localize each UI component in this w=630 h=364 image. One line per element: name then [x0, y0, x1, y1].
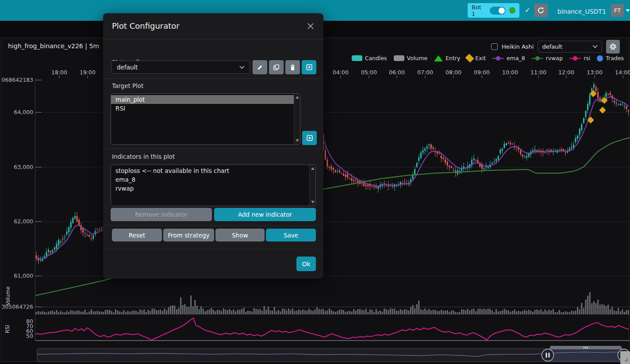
show-button[interactable]: Show: [215, 229, 265, 241]
chevron-down-icon: [592, 45, 598, 48]
legend-item-volume[interactable]: Volume: [394, 55, 428, 61]
time-axis-label: 07:00: [417, 69, 433, 76]
bot-selector[interactable]: Bot 1: [468, 3, 519, 18]
duplicate-config-button[interactable]: [269, 60, 284, 74]
plot-config-select[interactable]: default: [538, 41, 602, 53]
bot-online-status-icon: [509, 7, 515, 14]
listbox-scrollbar[interactable]: [309, 165, 315, 206]
trash-icon: [289, 64, 296, 71]
from-strategy-button[interactable]: From strategy: [163, 229, 214, 241]
legend-item-candles[interactable]: Candles: [352, 55, 387, 61]
time-axis-label: 14:00: [615, 69, 630, 76]
modal-title: Plot Configurator: [112, 21, 180, 31]
legend-item-trades[interactable]: Trades: [597, 55, 624, 61]
legend-label: rvwap: [546, 55, 563, 61]
rvwap-swatch-icon: [532, 55, 543, 61]
add-config-button[interactable]: [302, 60, 316, 74]
plot-configurator-modal: Plot Configurator Plot config name defau…: [103, 13, 323, 279]
reset-button[interactable]: Reset: [112, 229, 162, 241]
scroll-down-icon[interactable]: [311, 201, 315, 203]
scroll-down-icon[interactable]: [296, 139, 299, 142]
time-axis-label: 12:00: [558, 69, 574, 76]
ema_8-swatch-icon: [492, 55, 504, 61]
gear-icon: [609, 43, 617, 50]
config-name-select[interactable]: default: [111, 61, 250, 74]
close-icon: [307, 23, 314, 30]
legend-label: ema_8: [507, 55, 525, 61]
target-plot-option[interactable]: main_plot: [111, 95, 294, 104]
remove-indicator-button[interactable]: Remove indicator: [111, 208, 212, 221]
price-axis-label: 61,000: [14, 272, 33, 279]
bot-toggle[interactable]: [490, 7, 506, 15]
time-axis-label: 04:00: [333, 69, 349, 76]
delete-config-button[interactable]: [285, 60, 300, 74]
legend-label: Candles: [365, 55, 387, 61]
indicator-option[interactable]: rvwap: [111, 184, 309, 193]
legend-item-entry[interactable]: Entry: [434, 55, 460, 61]
time-axis-label: 19:00: [80, 69, 96, 76]
legend-label: Exit: [475, 55, 486, 61]
resize-corner-handle[interactable]: [620, 351, 630, 364]
freqtrade-app: Bot 1 ✓ binance_USDT1 FT high_frog_binan…: [0, 0, 630, 364]
indicators-listbox[interactable]: stoploss <-- not available in this chart…: [111, 165, 316, 206]
heikin-ashi-label: Heikin Ashi: [502, 43, 534, 50]
exit-marker-icon[interactable]: [587, 117, 594, 124]
chart-legend: CandlesVolumeEntryExitema_8rvwaprsiTrade…: [352, 55, 624, 61]
refresh-button[interactable]: [534, 4, 548, 17]
price-axis-label: 068642183: [1, 77, 33, 83]
candles-swatch-icon: [352, 55, 362, 61]
time-axis-label: 18:00: [51, 69, 67, 76]
datazoom-window[interactable]: [548, 349, 624, 361]
legend-item-exit[interactable]: Exit: [467, 55, 486, 61]
ok-button[interactable]: Ok: [296, 257, 316, 271]
rsi-swatch-icon: [569, 55, 581, 61]
price-axis-label: 63,000: [14, 164, 33, 170]
plus-square-icon: [306, 134, 313, 142]
datazoom-handle[interactable]: [542, 349, 554, 361]
save-button[interactable]: Save: [266, 229, 316, 241]
rsi-axis-title: RSI: [4, 322, 11, 336]
target-plot-listbox[interactable]: main_plotRSI: [111, 93, 300, 145]
chart-settings-button[interactable]: [606, 40, 620, 54]
price-axis-label: 62,000: [14, 218, 33, 225]
price-axis-label: 64,000: [14, 109, 33, 115]
legend-item-rvwap[interactable]: rvwap: [532, 55, 563, 61]
legend-item-rsi[interactable]: rsi: [569, 55, 590, 61]
caret-down-icon[interactable]: [626, 9, 630, 12]
legend-label: Entry: [446, 55, 460, 61]
datazoom-track[interactable]: [37, 349, 627, 362]
time-axis-label: 13:00: [587, 69, 603, 76]
target-plot-label: Target Plot: [112, 82, 144, 89]
edit-config-button[interactable]: [253, 60, 267, 74]
user-avatar[interactable]: FT: [611, 4, 624, 17]
chart-title: high_frog_binance_v226 | 5m: [8, 42, 99, 50]
modal-close-button[interactable]: [305, 20, 316, 32]
exit-swatch-icon: [465, 54, 474, 62]
rsi-axis-label: 50: [26, 333, 33, 339]
listbox-scrollbar[interactable]: [294, 94, 300, 144]
legend-label: Trades: [606, 55, 624, 61]
add-new-indicator-button[interactable]: Add new indicator: [214, 208, 316, 221]
chevron-down-icon: [239, 65, 245, 69]
time-axis-label: 08:00: [446, 69, 461, 76]
add-target-plot-button[interactable]: [302, 131, 317, 145]
scroll-up-icon[interactable]: [311, 167, 315, 170]
volume-axis-title: Volume: [5, 285, 11, 307]
plus-square-icon: [306, 64, 313, 71]
indicator-option[interactable]: ema_8: [111, 175, 309, 184]
copy-icon: [273, 64, 280, 71]
entry-swatch-icon: [434, 55, 443, 61]
indicator-option[interactable]: stoploss <-- not available in this chart: [111, 166, 309, 175]
time-axis-label: 10:00: [502, 69, 518, 76]
indicators-label: Indicators in this plot: [112, 153, 175, 160]
check-icon: ✓: [525, 6, 530, 14]
trades-swatch-icon: [597, 55, 603, 61]
legend-item-ema_8[interactable]: ema_8: [492, 55, 525, 61]
target-plot-option[interactable]: RSI: [111, 104, 294, 113]
legend-label: Volume: [407, 55, 428, 61]
heikin-ashi-checkbox[interactable]: [491, 43, 498, 50]
modal-header: Plot Configurator: [103, 13, 323, 39]
scroll-up-icon[interactable]: [296, 96, 299, 99]
time-axis-label: 11:00: [530, 69, 546, 76]
time-axis-label: 05:00: [361, 69, 377, 76]
